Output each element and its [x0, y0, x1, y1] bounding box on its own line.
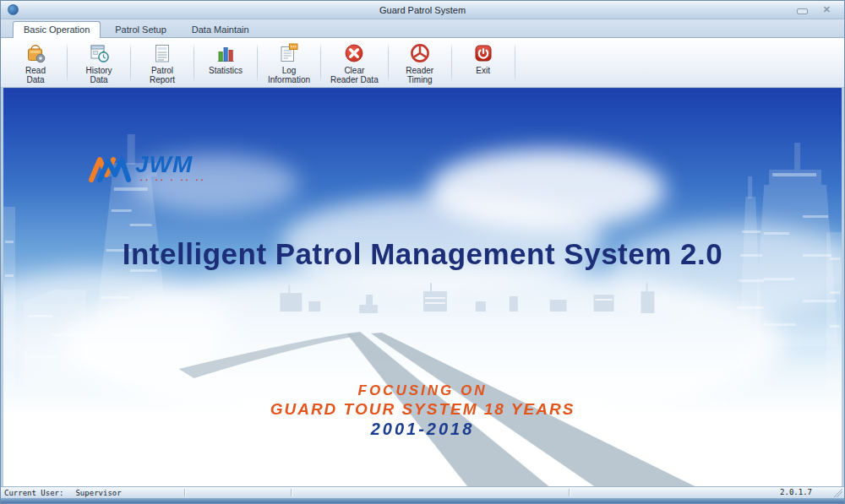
slogan-line2: GUARD TOUR SYSTEM 18 YEARS: [3, 399, 842, 419]
tab-basic-operation[interactable]: Basic Operation: [13, 21, 101, 38]
slogan-block: FOCUSING ON GUARD TOUR SYSTEM 18 YEARS 2…: [3, 382, 842, 440]
exit-icon: [472, 42, 494, 64]
tool-label: LogInformation: [268, 66, 310, 84]
reader-timing-icon: [409, 42, 431, 64]
current-user-value: Supervisor: [75, 489, 121, 497]
history-data-button[interactable]: HistoryData: [69, 38, 128, 87]
minimize-icon: [797, 8, 808, 14]
tool-label: ReadData: [25, 66, 46, 84]
tool-label: ReaderTiming: [406, 66, 433, 84]
guard-patrol-system-window: Guard Patrol System ✕ Basic Operation Pa…: [0, 0, 845, 504]
toolbar-separator: [388, 43, 389, 82]
reader-timing-button[interactable]: ReaderTiming: [390, 38, 450, 87]
window-bottom-edge: [1, 498, 844, 503]
minimize-button[interactable]: [797, 3, 808, 18]
read-data-icon: [25, 42, 46, 64]
read-data-button[interactable]: ReadData: [6, 38, 65, 87]
slogan-years: 2001-2018: [3, 419, 842, 440]
patrol-report-button[interactable]: PatrolReport: [133, 38, 192, 87]
logo-tagline: ▪▪ ▪▪ ▪ ▪▪ ▪▪: [140, 177, 206, 182]
splash-scene: JWM ▪▪ ▪▪ ▪ ▪▪ ▪▪ Intelligent Patrol Man…: [3, 88, 842, 487]
window-title: Guard Patrol System: [1, 5, 844, 15]
ribbon-tabs: Basic Operation Patrol Setup Data Mainta…: [1, 19, 844, 38]
close-button[interactable]: ✕: [823, 5, 831, 14]
clear-reader-data-button[interactable]: ClearReader Data: [323, 38, 386, 87]
toolbar-separator: [515, 43, 515, 82]
system-title: Intelligent Patrol Management System 2.0: [3, 237, 842, 271]
jwm-logo-mark-icon: [88, 153, 132, 187]
log-information-icon: [278, 42, 300, 64]
resize-grip[interactable]: [834, 489, 842, 497]
status-divider: [569, 489, 570, 496]
status-bar: Current User: Supervisor 2.0.1.7: [1, 486, 844, 498]
patrol-report-icon: [151, 42, 173, 64]
tool-label: PatrolReport: [150, 66, 175, 84]
tool-label: Statistics: [209, 66, 243, 75]
tool-label: ClearReader Data: [330, 66, 379, 84]
toolbar: ReadData HistoryData: [1, 38, 844, 88]
current-user-label: Current User:: [4, 489, 63, 497]
history-data-icon: [88, 42, 110, 64]
status-divider: [184, 489, 186, 496]
statistics-icon: [215, 42, 237, 64]
status-divider: [291, 489, 292, 496]
toolbar-separator: [194, 43, 194, 82]
clear-reader-data-icon: [343, 42, 365, 64]
toolbar-separator: [451, 43, 452, 82]
version-label: 2.0.1.7: [780, 488, 812, 496]
main-content: JWM ▪▪ ▪▪ ▪ ▪▪ ▪▪ Intelligent Patrol Man…: [1, 88, 844, 486]
tab-patrol-setup[interactable]: Patrol Setup: [104, 21, 177, 38]
toolbar-separator: [257, 43, 258, 82]
statistics-button[interactable]: Statistics: [196, 38, 255, 87]
exit-button[interactable]: Exit: [454, 38, 513, 87]
toolbar-separator: [130, 43, 131, 82]
log-information-button[interactable]: LogInformation: [259, 38, 319, 87]
tool-label: HistoryData: [85, 66, 112, 84]
toolbar-separator: [320, 43, 321, 82]
tab-data-maintain[interactable]: Data Maintain: [181, 21, 260, 38]
toolbar-separator: [67, 43, 68, 82]
jwm-logo: JWM ▪▪ ▪▪ ▪ ▪▪ ▪▪: [88, 153, 206, 187]
title-bar[interactable]: Guard Patrol System ✕: [1, 1, 844, 19]
tool-label: Exit: [476, 66, 490, 75]
logo-text: JWM: [135, 153, 206, 176]
slogan-line1: FOCUSING ON: [3, 382, 842, 399]
